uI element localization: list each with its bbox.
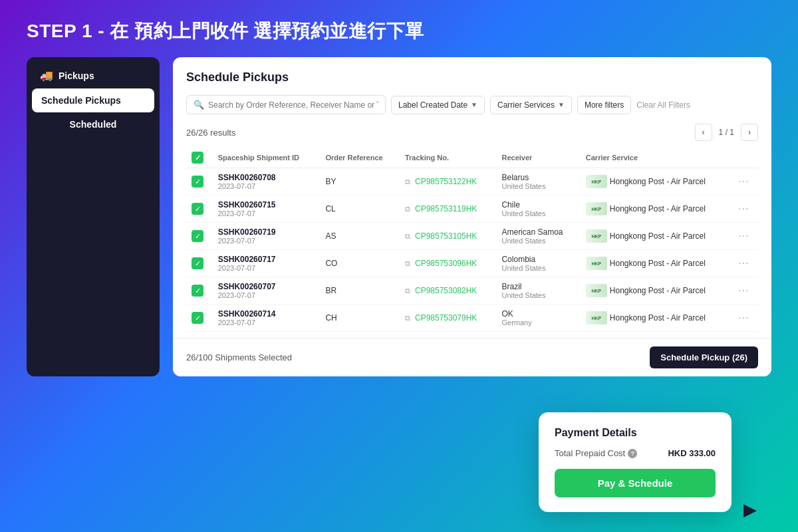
row-order-ref: AS — [320, 223, 400, 250]
copy-icon[interactable]: ⧉ — [405, 205, 410, 213]
chevron-down-icon: ▼ — [558, 101, 565, 108]
prev-page-btn[interactable]: ‹ — [695, 124, 712, 141]
checkbox-checked[interactable]: ✓ — [192, 285, 203, 297]
row-more[interactable]: ··· — [733, 250, 758, 277]
next-page-btn[interactable]: › — [741, 124, 758, 141]
truck-icon: 🚚 — [40, 69, 53, 82]
checkbox-checked[interactable]: ✓ — [192, 312, 203, 324]
search-input[interactable] — [208, 100, 378, 110]
page-info: 1 / 1 — [715, 128, 738, 137]
row-tracking[interactable]: ⧉ CP985753096HK — [400, 250, 496, 277]
clear-all-filters[interactable]: Clear All Filters — [636, 100, 690, 110]
tracking-link[interactable]: CP985753105HK — [415, 231, 477, 241]
row-receiver: Brazil United States — [496, 277, 580, 305]
row-shipment-id: SSHK00260715 2023-07-07 — [213, 196, 321, 223]
col-shipment-id: Spaceship Shipment ID — [213, 148, 321, 168]
checkbox-checked[interactable]: ✓ — [192, 230, 203, 242]
row-tracking[interactable]: ⧉ CP985753082HK — [400, 277, 496, 305]
carrier-logo: HKP — [586, 175, 607, 188]
tracking-link[interactable]: CP985753122HK — [415, 177, 477, 186]
copy-icon[interactable]: ⧉ — [405, 287, 410, 295]
schedule-pickup-btn[interactable]: Schedule Pickup (26) — [650, 346, 758, 368]
payment-cost-row: Total Prepaid Cost ? HKD 333.00 — [555, 448, 716, 458]
copy-icon[interactable]: ⧉ — [405, 232, 410, 241]
more-options-btn[interactable]: ··· — [738, 176, 749, 187]
row-more[interactable]: ··· — [733, 305, 758, 332]
table-wrapper: ✓ Spaceship Shipment ID Order Reference … — [186, 148, 758, 332]
panel-title: Schedule Pickups — [186, 70, 758, 84]
row-shipment-id: SSHK00260707 2023-07-07 — [213, 277, 321, 305]
sidebar-header-label: Pickups — [59, 70, 94, 81]
bottom-bar: 26/100 Shipments Selected Schedule Picku… — [173, 338, 771, 376]
help-icon[interactable]: ? — [628, 449, 637, 458]
table-row: ✓ SSHK00260707 2023-07-07 BR ⧉ CP9857530… — [186, 277, 758, 305]
row-shipment-id: SSHK00260717 2023-07-07 — [213, 250, 321, 277]
row-checkbox[interactable]: ✓ — [186, 168, 213, 196]
row-shipment-id: SSHK00260708 2023-07-07 — [213, 168, 321, 196]
row-checkbox[interactable]: ✓ — [186, 250, 213, 277]
carrier-logo: HKP — [586, 257, 607, 270]
payment-title: Payment Details — [555, 427, 716, 439]
row-tracking[interactable]: ⧉ CP985753119HK — [400, 196, 496, 223]
row-receiver: Colombia United States — [496, 250, 580, 277]
more-options-btn[interactable]: ··· — [738, 285, 749, 296]
row-tracking[interactable]: ⧉ CP985753122HK — [400, 168, 496, 196]
selected-count: 26/100 Shipments Selected — [186, 352, 292, 362]
row-tracking[interactable]: ⧉ CP985753105HK — [400, 223, 496, 250]
copy-icon[interactable]: ⧉ — [405, 178, 410, 186]
row-checkbox[interactable]: ✓ — [186, 196, 213, 223]
row-more[interactable]: ··· — [733, 196, 758, 223]
row-checkbox[interactable]: ✓ — [186, 277, 213, 305]
copy-icon[interactable]: ⧉ — [405, 259, 410, 268]
results-count: 26/26 results — [186, 128, 235, 138]
row-more[interactable]: ··· — [733, 223, 758, 250]
sidebar-item-schedule-pickups[interactable]: Schedule Pickups — [32, 88, 154, 112]
table-row: ✓ SSHK00260714 2023-07-07 CH ⧉ CP9857530… — [186, 305, 758, 332]
row-order-ref: BR — [320, 277, 400, 305]
col-order-ref: Order Reference — [320, 148, 400, 168]
sidebar-item-scheduled[interactable]: Scheduled — [32, 112, 154, 136]
tracking-link[interactable]: CP985753079HK — [415, 313, 477, 323]
row-checkbox[interactable]: ✓ — [186, 223, 213, 250]
tracking-link[interactable]: CP985753082HK — [415, 286, 477, 295]
row-tracking[interactable]: ⧉ CP985753079HK — [400, 305, 496, 332]
sidebar-header: 🚚 Pickups — [32, 63, 154, 88]
row-more[interactable]: ··· — [733, 168, 758, 196]
row-receiver: Chile United States — [496, 196, 580, 223]
table-row: ✓ SSHK00260719 2023-07-07 AS ⧉ CP9857531… — [186, 223, 758, 250]
more-options-btn[interactable]: ··· — [738, 257, 749, 269]
checkbox-checked[interactable]: ✓ — [192, 176, 203, 188]
row-order-ref: CH — [320, 305, 400, 332]
pay-schedule-btn[interactable]: Pay & Schedule — [555, 469, 716, 497]
pagination: ‹ 1 / 1 › — [695, 124, 758, 141]
row-checkbox[interactable]: ✓ — [186, 305, 213, 332]
row-receiver: Belarus United States — [496, 168, 580, 196]
search-wrapper[interactable]: 🔍 — [186, 95, 386, 114]
row-carrier: HKP Hongkong Post - Air Parcel — [581, 250, 733, 277]
carrier-logo: HKP — [586, 229, 607, 243]
row-carrier: HKP Hongkong Post - Air Parcel — [581, 223, 733, 250]
more-options-btn[interactable]: ··· — [738, 203, 749, 214]
filter-bar: 🔍 Label Created Date ▼ Carrier Services … — [186, 95, 758, 114]
more-options-btn[interactable]: ··· — [738, 312, 749, 323]
carrier-services-filter[interactable]: Carrier Services ▼ — [490, 96, 572, 114]
more-filters-btn[interactable]: More filters — [577, 96, 631, 114]
checkbox-checked[interactable]: ✓ — [192, 203, 203, 215]
more-options-btn[interactable]: ··· — [738, 230, 749, 241]
tracking-link[interactable]: CP985753119HK — [415, 204, 477, 213]
row-more[interactable]: ··· — [733, 277, 758, 305]
copy-icon[interactable]: ⧉ — [405, 314, 410, 323]
col-carrier: Carrier Service — [581, 148, 733, 168]
row-carrier: HKP Hongkong Post - Air Parcel — [581, 305, 733, 332]
main-content: 🚚 Pickups Schedule Pickups Scheduled Sch… — [0, 57, 798, 376]
col-tracking: Tracking No. — [400, 148, 496, 168]
checkbox-checked[interactable]: ✓ — [192, 257, 203, 269]
header-checkbox[interactable]: ✓ — [192, 152, 203, 164]
label-created-date-filter[interactable]: Label Created Date ▼ — [391, 96, 485, 114]
row-shipment-id: SSHK00260719 2023-07-07 — [213, 223, 321, 250]
tracking-link[interactable]: CP985753096HK — [415, 259, 477, 268]
col-receiver: Receiver — [496, 148, 580, 168]
row-carrier: HKP Hongkong Post - Air Parcel — [581, 196, 733, 223]
carrier-logo: HKP — [586, 311, 607, 325]
shipments-table: ✓ Spaceship Shipment ID Order Reference … — [186, 148, 758, 332]
